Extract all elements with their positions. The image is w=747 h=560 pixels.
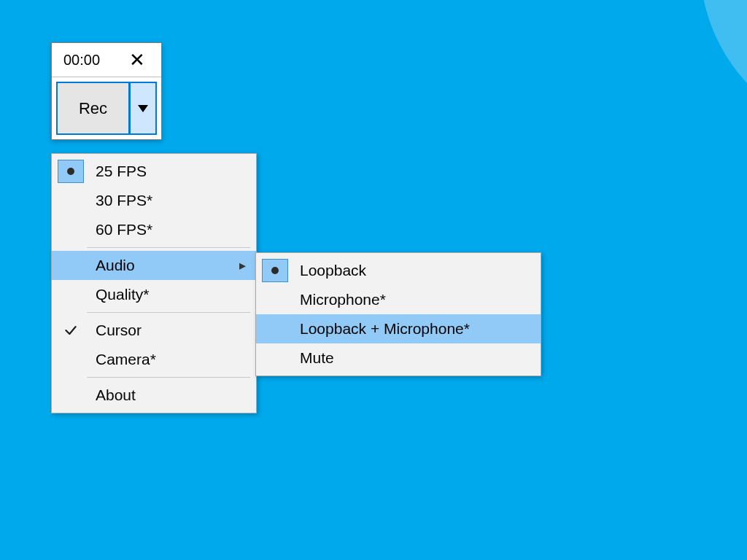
settings-menu: 25 FPS 30 FPS* 60 FPS* Audio ▸ Quality* …: [51, 153, 257, 413]
menu-item-label: Quality*: [96, 286, 150, 303]
menu-item-label: Camera*: [96, 351, 156, 368]
submenu-item-microphone[interactable]: Microphone*: [256, 285, 541, 314]
menu-item-25fps[interactable]: 25 FPS: [52, 157, 256, 186]
bullet-icon: [271, 267, 279, 274]
submenu-item-loopback[interactable]: Loopback: [256, 256, 541, 285]
menu-item-label: Loopback: [300, 262, 366, 279]
desktop-background: 00:00 ✕ Rec 25 FPS 30 FPS* 60 FPS*: [0, 0, 747, 560]
record-row: Rec: [52, 77, 161, 139]
radio-selected-icon: [262, 259, 288, 282]
check-icon: [63, 323, 78, 338]
menu-item-label: Mute: [300, 349, 334, 367]
menu-item-label: 30 FPS*: [96, 192, 152, 209]
recorder-widget: 00:00 ✕ Rec: [51, 42, 162, 140]
menu-item-label: About: [96, 386, 136, 404]
record-button[interactable]: Rec: [56, 82, 130, 135]
menu-item-cursor[interactable]: Cursor: [52, 316, 256, 345]
menu-separator: [87, 247, 250, 248]
menu-item-quality[interactable]: Quality*: [52, 280, 256, 309]
menu-separator: [87, 312, 250, 313]
menu-item-camera[interactable]: Camera*: [52, 345, 256, 374]
menu-item-label: 25 FPS: [96, 163, 147, 180]
bullet-icon: [67, 168, 74, 175]
record-button-label: Rec: [79, 99, 107, 118]
submenu-item-loopback-microphone[interactable]: Loopback + Microphone*: [256, 314, 541, 343]
menu-item-label: 60 FPS*: [96, 221, 152, 238]
radio-selected-icon: [58, 160, 84, 183]
menu-item-60fps[interactable]: 60 FPS*: [52, 215, 256, 244]
menu-item-label: Cursor: [96, 322, 142, 339]
chevron-down-icon: [138, 105, 148, 112]
menu-item-30fps[interactable]: 30 FPS*: [52, 186, 256, 215]
close-button[interactable]: ✕: [123, 47, 151, 72]
menu-item-about[interactable]: About: [52, 381, 256, 410]
menu-separator: [87, 377, 250, 378]
check-selected-icon: [58, 319, 84, 342]
record-dropdown-button[interactable]: [130, 82, 157, 135]
recording-timer: 00:00: [63, 52, 100, 69]
widget-titlebar: 00:00 ✕: [52, 43, 161, 77]
chevron-right-icon: ▸: [239, 259, 246, 272]
menu-item-label: Audio: [96, 257, 135, 274]
menu-item-label: Microphone*: [300, 291, 386, 308]
menu-item-audio[interactable]: Audio ▸: [52, 251, 256, 280]
audio-submenu: Loopback Microphone* Loopback + Micropho…: [255, 252, 541, 376]
menu-item-label: Loopback + Microphone*: [300, 320, 470, 338]
submenu-item-mute[interactable]: Mute: [256, 343, 541, 373]
